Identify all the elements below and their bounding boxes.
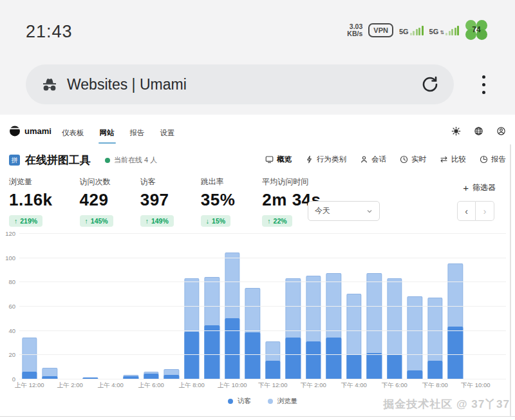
events-icon xyxy=(305,155,314,164)
visitors-bar[interactable] xyxy=(144,374,158,379)
tab-events[interactable]: 行为类别 xyxy=(305,155,346,164)
visitors-bar[interactable] xyxy=(407,370,422,379)
x-tick-label: 下午 2:00 xyxy=(301,381,326,390)
language-globe-icon[interactable] xyxy=(474,126,483,136)
change-badge: ↑22% xyxy=(262,215,292,227)
browser-address-bar[interactable]: Websites | Umami xyxy=(26,64,454,104)
watermark: 掘金技术社区 @ 37丫37 xyxy=(383,397,510,412)
x-tick-label: 下午 6:00 xyxy=(382,381,407,390)
tab-sessions[interactable]: 会话 xyxy=(360,155,386,164)
visitors-bar[interactable] xyxy=(225,318,239,379)
visitors-bar[interactable] xyxy=(245,332,260,379)
refresh-icon[interactable] xyxy=(420,75,440,94)
site-favicon: 拼 xyxy=(9,155,20,166)
visitors-bar[interactable] xyxy=(367,353,382,379)
legend-label: 访客 xyxy=(238,397,251,406)
nav-item-websites[interactable]: 网站 xyxy=(92,119,122,146)
umami-page: umami 仪表板 网站 报告 设置 拼 在线拼图工具 xyxy=(0,115,515,416)
visitors-bar[interactable] xyxy=(448,327,463,379)
visitors-bar[interactable] xyxy=(427,361,442,379)
data-activity-icon: ⇅ xyxy=(440,30,444,35)
brand-name: umami xyxy=(24,126,52,136)
signal-sim1-icon: 5G xyxy=(399,26,424,35)
metric-bounce-rate: 跳出率 35% ↓15% xyxy=(201,177,236,227)
chart-x-axis: 上午 12:00上午 2:00上午 4:00上午 6:00上午 8:00上午 1… xyxy=(19,381,506,390)
status-bar: 21:43 3.03 KB/s VPN 5G 5G ⇅ 74 xyxy=(0,0,515,58)
tab-compare[interactable]: 比较 xyxy=(440,155,466,164)
visitors-bar[interactable] xyxy=(22,372,37,379)
y-tick-label: 120 xyxy=(5,230,15,237)
traffic-chart: 020406080100120 上午 12:00上午 2:00上午 4:00上午… xyxy=(0,232,507,399)
gridline xyxy=(19,233,506,234)
metric-views: 浏览量 1.16k ↑219% xyxy=(9,177,53,227)
battery-level: 74 xyxy=(465,25,488,34)
y-tick-label: 40 xyxy=(8,327,15,334)
visitors-bar[interactable] xyxy=(387,354,402,379)
android-chrome-area: 21:43 3.03 KB/s VPN 5G 5G ⇅ 74 xyxy=(0,0,515,115)
plus-icon: + xyxy=(463,184,469,192)
x-tick-label: 上午 8:00 xyxy=(179,381,205,390)
page-scrollbar[interactable] xyxy=(510,144,511,416)
nav-item-settings[interactable]: 设置 xyxy=(153,119,183,146)
legend-item-访客[interactable]: 访客 xyxy=(228,397,251,406)
theme-sun-icon[interactable] xyxy=(451,126,461,136)
legend-dot-icon xyxy=(268,399,273,404)
tab-overview[interactable]: 概览 xyxy=(265,155,292,164)
nav-item-dashboard[interactable]: 仪表板 xyxy=(54,119,92,146)
gridline xyxy=(19,379,506,379)
prev-period-button[interactable]: ‹ xyxy=(457,201,476,221)
legend-item-浏览量[interactable]: 浏览量 xyxy=(268,397,298,406)
legend-dot-icon xyxy=(228,399,233,404)
x-tick-label: 上午 2:00 xyxy=(57,381,83,390)
next-period-button[interactable]: › xyxy=(476,201,494,221)
visitors-bar[interactable] xyxy=(265,361,280,379)
gridline xyxy=(19,258,506,258)
visitors-bar[interactable] xyxy=(205,325,220,379)
overview-icon xyxy=(265,155,274,164)
gridline xyxy=(19,306,506,307)
address-bar-text: Websites | Umami xyxy=(67,76,420,93)
y-tick-label: 80 xyxy=(8,278,15,285)
x-tick-label: 下午 8:00 xyxy=(422,381,448,390)
compare-icon xyxy=(440,155,448,164)
umami-navbar: umami 仪表板 网站 报告 设置 xyxy=(0,119,515,146)
date-range-select[interactable]: 今天 xyxy=(308,201,380,221)
y-tick-label: 100 xyxy=(5,254,15,261)
views-bar[interactable] xyxy=(407,296,422,379)
x-tick-label: 下午 12:00 xyxy=(258,381,287,390)
umami-logo-icon xyxy=(9,125,21,137)
change-badge: ↑149% xyxy=(140,215,174,227)
browser-menu-icon[interactable] xyxy=(478,70,489,99)
tab-reports[interactable]: 报告 xyxy=(480,155,506,164)
nav-item-reports[interactable]: 报告 xyxy=(122,119,153,146)
profile-icon[interactable] xyxy=(496,126,506,136)
x-tick-label: 上午 4:00 xyxy=(98,381,124,390)
metrics-row: 浏览量 1.16k ↑219% 访问次数 429 ↑145% 访客 397 ↑1… xyxy=(9,177,321,227)
filter-button[interactable]: + 筛选器 xyxy=(463,182,496,193)
x-tick-label: 上午 10:00 xyxy=(218,381,247,390)
tab-realtime[interactable]: 实时 xyxy=(400,155,426,164)
x-tick-label: 上午 6:00 xyxy=(138,381,164,390)
y-tick-label: 20 xyxy=(8,351,15,358)
battery-clover-icon: 74 xyxy=(465,19,488,41)
gridline xyxy=(19,282,506,282)
sessions-icon xyxy=(360,155,368,164)
visitors-bar[interactable] xyxy=(326,338,341,379)
vpn-icon: VPN xyxy=(368,23,393,37)
signal-sim2-icon: 5G ⇅ xyxy=(429,26,459,35)
metric-visits: 访问次数 429 ↑145% xyxy=(80,177,113,227)
gridline xyxy=(19,354,506,355)
visitors-bar[interactable] xyxy=(306,341,321,379)
change-badge: ↑219% xyxy=(9,215,42,227)
visitors-bar[interactable] xyxy=(346,354,361,379)
incognito-icon xyxy=(40,75,59,94)
chart-y-axis: 020406080100120 xyxy=(0,232,17,379)
x-tick-label: 下午 4:00 xyxy=(341,381,367,390)
umami-logo[interactable]: umami xyxy=(9,125,52,137)
change-badge: ↑145% xyxy=(80,215,113,227)
online-status: 当前在线 4 人 xyxy=(105,155,157,165)
site-title: 在线拼图工具 xyxy=(25,153,91,167)
gridline xyxy=(19,330,506,331)
visitors-bar[interactable] xyxy=(286,338,301,379)
signal-bars-icon xyxy=(445,26,459,35)
